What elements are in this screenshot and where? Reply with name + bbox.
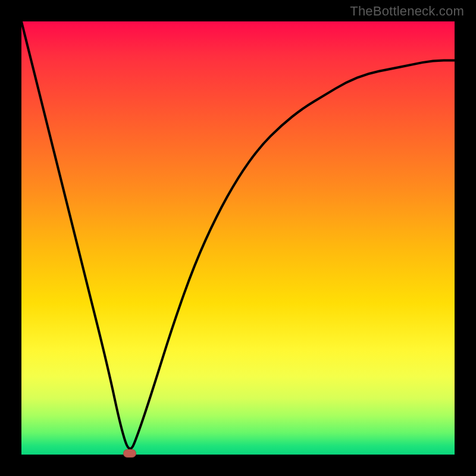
bottleneck-curve (21, 21, 455, 455)
watermark-text: TheBottleneck.com (350, 4, 464, 19)
plot-area (21, 21, 455, 455)
min-point-marker (123, 449, 136, 458)
chart-frame: TheBottleneck.com (0, 0, 476, 476)
